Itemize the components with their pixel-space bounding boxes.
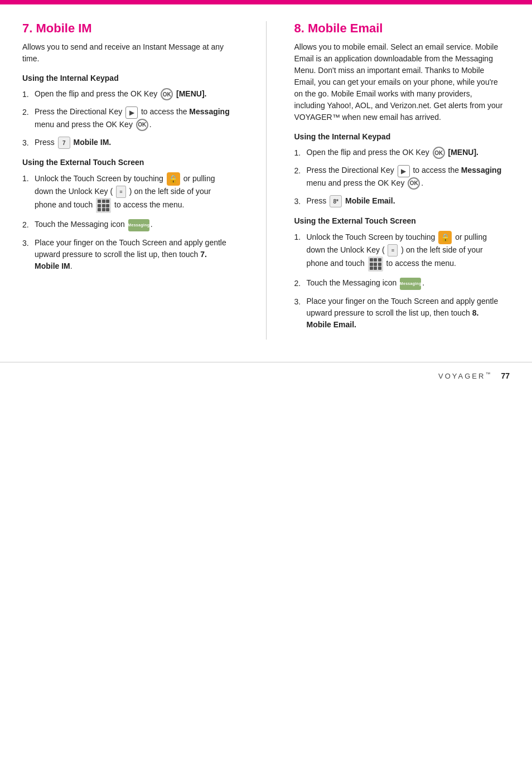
menu-label: [MENU].	[448, 148, 478, 157]
lock-icon: 🔒	[167, 172, 180, 186]
left-external-steps: 1. Unlock the Touch Screen by touching 🔒…	[22, 172, 233, 272]
step-content: Press 7 Mobile IM.	[35, 137, 233, 149]
step-content: Press the Directional Key ▶ to access th…	[35, 106, 233, 131]
mobile-im-icon: 7	[58, 137, 70, 149]
mobile-im-bold-label: 7. Mobile IM	[35, 250, 207, 270]
messaging-icon: Messaging	[400, 278, 421, 290]
table-row: 3. Press 8* Mobile Email.	[294, 195, 505, 207]
lock-icon: 🔒	[438, 231, 452, 244]
step-num: 1.	[294, 231, 307, 243]
step-content: Place your finger on the Touch Screen an…	[35, 237, 233, 272]
step-num: 3.	[22, 237, 35, 249]
right-external-touch-title: Using the External Touch Screen	[294, 216, 505, 225]
ok-icon-2: OK	[408, 177, 420, 190]
step-content: Touch the Messaging icon Messaging.	[35, 219, 233, 231]
step-num: 1.	[22, 172, 35, 185]
step-num: 2.	[294, 277, 307, 289]
right-section-desc: Allows you to mobile email. Select an em…	[294, 41, 505, 123]
step-content: Press the Directional Key ▶ to access th…	[307, 164, 505, 190]
mobile-email-label: Mobile Email.	[345, 196, 395, 205]
unlock-key-icon: ≡	[388, 244, 398, 256]
table-row: 3. Place your finger on the Touch Screen…	[22, 237, 233, 272]
step-num: 1.	[22, 88, 35, 100]
table-row: 3. Place your finger on the Touch Screen…	[294, 296, 505, 331]
table-row: 2. Touch the Messaging icon Messaging.	[22, 219, 233, 231]
table-row: 3. Press 7 Mobile IM.	[22, 137, 233, 149]
step-content: Touch the Messaging icon Messaging.	[307, 277, 505, 289]
mobile-email-bold-label: 8. Mobile Email.	[307, 308, 479, 329]
step-num: 3.	[294, 296, 307, 308]
menu-label: [MENU].	[176, 89, 206, 98]
step-content: Open the flip and press the OK Key OK [M…	[35, 88, 233, 100]
mobile-im-label: Mobile IM.	[74, 138, 112, 147]
menu-grid-icon	[96, 198, 111, 213]
step-num: 2.	[22, 106, 35, 118]
top-bar	[0, 0, 532, 4]
step-num: 2.	[294, 164, 307, 177]
step-content: Press 8* Mobile Email.	[307, 195, 505, 207]
trademark-symbol: ™	[485, 371, 492, 377]
right-internal-keypad-title: Using the Internal Keypad	[294, 132, 505, 141]
right-section-title: 8. Mobile Email	[294, 21, 505, 36]
step-content: Open the flip and press the OK Key OK [M…	[307, 147, 505, 159]
menu-grid-icon	[368, 256, 383, 272]
left-internal-steps: 1. Open the flip and press the OK Key OK…	[22, 88, 233, 149]
table-row: 1. Unlock the Touch Screen by touching 🔒…	[294, 231, 505, 272]
table-row: 2. Press the Directional Key ▶ to access…	[22, 106, 233, 131]
messaging-label: Messaging	[461, 166, 501, 175]
table-row: 1. Open the flip and press the OK Key OK…	[22, 88, 233, 100]
step-content: Place your finger on the Touch Screen an…	[307, 296, 505, 331]
right-column: 8. Mobile Email Allows you to mobile ema…	[294, 21, 510, 340]
step-num: 3.	[22, 137, 35, 149]
step-num: 1.	[294, 147, 307, 159]
unlock-key-icon: ≡	[116, 186, 126, 198]
messaging-label: Messaging	[189, 107, 229, 116]
step-num: 3.	[294, 195, 307, 207]
ok-icon: OK	[433, 147, 445, 159]
step-content: Unlock the Touch Screen by touching 🔒 or…	[35, 172, 233, 213]
table-row: 2. Press the Directional Key ▶ to access…	[294, 164, 505, 190]
step-num: 2.	[22, 219, 35, 231]
left-column: 7. Mobile IM Allows you to send and rece…	[22, 21, 238, 340]
left-external-touch-title: Using the External Touch Screen	[22, 158, 233, 167]
ok-icon-2: OK	[136, 119, 148, 131]
table-row: 1. Open the flip and press the OK Key OK…	[294, 147, 505, 159]
footer: VOYAGER™ 77	[0, 362, 532, 386]
column-divider	[266, 21, 267, 340]
right-external-steps: 1. Unlock the Touch Screen by touching 🔒…	[294, 231, 505, 331]
directional-key-icon: ▶	[125, 106, 138, 119]
page-number: 77	[501, 371, 510, 380]
left-section-title: 7. Mobile IM	[22, 21, 233, 36]
right-internal-steps: 1. Open the flip and press the OK Key OK…	[294, 147, 505, 207]
table-row: 2. Touch the Messaging icon Messaging.	[294, 277, 505, 289]
brand-name: VOYAGER™	[438, 371, 492, 380]
table-row: 1. Unlock the Touch Screen by touching 🔒…	[22, 172, 233, 213]
directional-key-icon: ▶	[398, 165, 410, 177]
messaging-icon: Messaging	[128, 219, 149, 231]
left-section-desc: Allows you to send and receive an Instan…	[22, 41, 233, 65]
ok-icon: OK	[161, 88, 173, 100]
step-content: Unlock the Touch Screen by touching 🔒 or…	[307, 231, 505, 272]
left-internal-keypad-title: Using the Internal Keypad	[22, 74, 233, 83]
mobile-email-icon: 8*	[330, 195, 342, 207]
